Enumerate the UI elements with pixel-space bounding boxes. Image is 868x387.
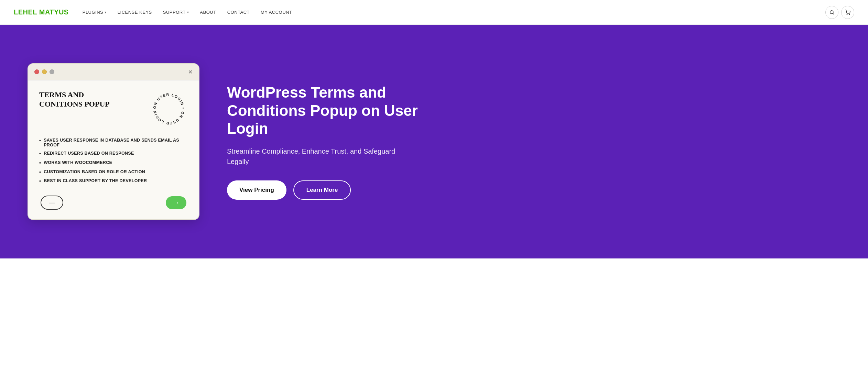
dot-gray [50, 69, 54, 74]
hero-text: WordPress Terms and Conditions Popup on … [227, 84, 840, 200]
popup-features-list: SAVES USER RESPONSE IN DATABASE AND SEND… [39, 136, 188, 186]
cart-icon [845, 10, 850, 15]
popup-title-area: TERMS AND CONITIONS POPUP ON USER LOGIN … [39, 90, 188, 128]
svg-point-2 [847, 14, 847, 14]
nav-item-plugins[interactable]: PLUGINS ▾ [83, 10, 107, 15]
popup-titlebar: ✕ [28, 64, 199, 80]
list-item: SAVES USER RESPONSE IN DATABASE AND SEND… [39, 136, 188, 149]
list-item: WORKS WITH WOOCOMMERCE [39, 158, 188, 168]
minus-button[interactable]: — [41, 196, 63, 210]
popup-mockup: ✕ TERMS AND CONITIONS POPUP ON USER LOGI… [28, 63, 199, 220]
logo[interactable]: LEHEL MATYUS [14, 8, 69, 16]
dot-yellow [42, 69, 47, 74]
svg-point-3 [849, 14, 850, 14]
header-icons [825, 6, 854, 19]
list-item: BEST IN CLASS SUPPORT BY THE DEVELOPER [39, 177, 188, 186]
cart-button[interactable] [841, 6, 854, 19]
nav-item-about[interactable]: ABOUT [200, 10, 216, 15]
hero-heading: WordPress Terms and Conditions Popup on … [227, 84, 433, 138]
list-item: CUSTOMIZATION BASED ON ROLE OR ACTION [39, 168, 188, 177]
hero-subheading: Streamline Compliance, Enhance Trust, an… [227, 146, 399, 167]
learn-more-button[interactable]: Learn More [293, 180, 351, 200]
popup-body: TERMS AND CONITIONS POPUP ON USER LOGIN … [28, 80, 199, 219]
view-pricing-button[interactable]: View Pricing [227, 180, 286, 200]
nav-item-license-keys[interactable]: LICENSE KEYS [118, 10, 152, 15]
nav-item-support[interactable]: SUPPORT ▾ [163, 10, 189, 15]
main-nav: PLUGINS ▾ LICENSE KEYS SUPPORT ▾ ABOUT C… [83, 10, 825, 15]
nav-item-contact[interactable]: CONTACT [227, 10, 250, 15]
window-dots [34, 69, 54, 74]
svg-line-1 [833, 13, 834, 14]
curved-text-svg: ON USER LOGIN • ON USER LOGIN • [150, 90, 188, 128]
header: LEHEL MATYUS PLUGINS ▾ LICENSE KEYS SUPP… [0, 0, 868, 25]
hero-section: ✕ TERMS AND CONITIONS POPUP ON USER LOGI… [0, 25, 868, 258]
search-icon [829, 10, 835, 15]
curved-text: ON USER LOGIN • ON USER LOGIN • [150, 90, 188, 128]
chevron-down-icon: ▾ [105, 10, 107, 14]
svg-text:ON USER LOGIN • ON USER LOGIN : ON USER LOGIN • ON USER LOGIN • [150, 90, 185, 125]
arrow-button[interactable]: → [166, 196, 186, 209]
close-icon[interactable]: ✕ [188, 69, 193, 75]
list-item: REDIRECT USERS BASED ON RESPONSE [39, 149, 188, 158]
search-button[interactable] [825, 6, 838, 19]
chevron-down-icon: ▾ [187, 10, 189, 14]
hero-buttons: View Pricing Learn More [227, 180, 840, 200]
nav-item-my-account[interactable]: MY ACCOUNT [261, 10, 292, 15]
popup-footer: — → [39, 196, 188, 210]
dot-red [34, 69, 39, 74]
popup-heading: TERMS AND CONITIONS POPUP [39, 90, 129, 109]
